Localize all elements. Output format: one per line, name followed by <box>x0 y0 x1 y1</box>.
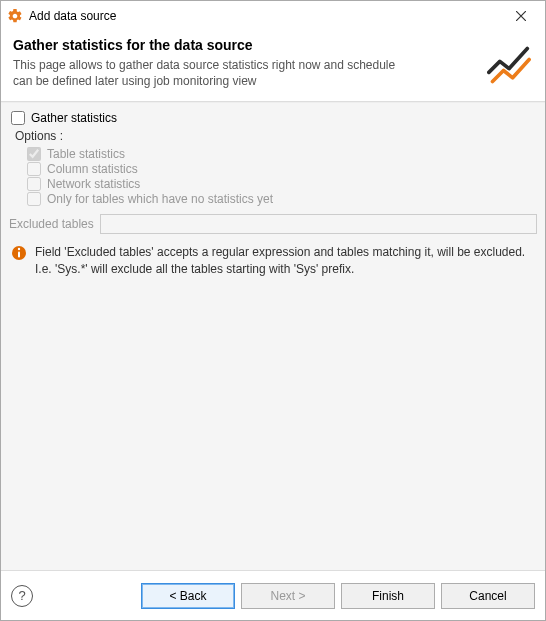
table-statistics-label: Table statistics <box>47 147 125 161</box>
info-text: Field 'Excluded tables' accepts a regula… <box>35 244 537 276</box>
table-statistics-checkbox <box>27 147 41 161</box>
column-statistics-label: Column statistics <box>47 162 138 176</box>
excluded-tables-input <box>100 214 537 234</box>
excluded-tables-label: Excluded tables <box>9 217 94 231</box>
wizard-content: Gather statistics Options : Table statis… <box>1 102 545 570</box>
chart-line-icon <box>487 43 531 87</box>
close-button[interactable] <box>501 2 541 30</box>
window-title: Add data source <box>29 9 501 23</box>
network-statistics-label: Network statistics <box>47 177 140 191</box>
only-no-stats-label: Only for tables which have no statistics… <box>47 192 273 206</box>
info-icon <box>11 245 27 261</box>
only-no-stats-checkbox <box>27 192 41 206</box>
svg-point-2 <box>18 248 20 250</box>
cancel-button[interactable]: Cancel <box>441 583 535 609</box>
gather-statistics-row: Gather statistics <box>9 111 537 125</box>
options-label: Options : <box>15 129 537 143</box>
network-statistics-checkbox <box>27 177 41 191</box>
finish-button[interactable]: Finish <box>341 583 435 609</box>
gather-statistics-label: Gather statistics <box>31 111 117 125</box>
titlebar: Add data source <box>1 1 545 31</box>
help-button[interactable]: ? <box>11 585 33 607</box>
back-button[interactable]: < Back <box>141 583 235 609</box>
next-button: Next > <box>241 583 335 609</box>
svg-rect-1 <box>18 252 20 258</box>
page-description: This page allows to gather data source s… <box>13 57 413 89</box>
gear-icon <box>7 8 23 24</box>
gather-statistics-checkbox[interactable] <box>11 111 25 125</box>
wizard-header: Gather statistics for the data source Th… <box>1 31 545 102</box>
page-title: Gather statistics for the data source <box>13 37 533 53</box>
column-statistics-checkbox <box>27 162 41 176</box>
button-bar: ? < Back Next > Finish Cancel <box>1 570 545 620</box>
